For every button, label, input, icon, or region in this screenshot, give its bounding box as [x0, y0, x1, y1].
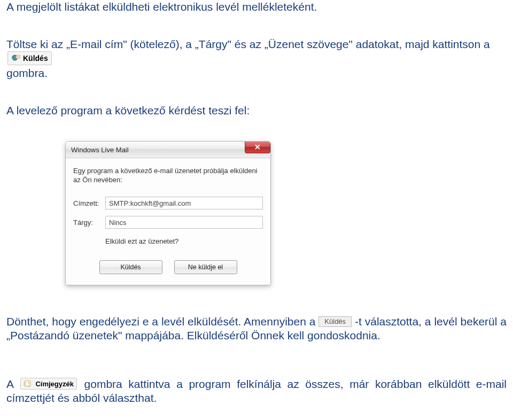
address-text-a: A	[6, 378, 19, 390]
mail-confirm-dialog: Windows Live Mail ✕ Egy program a követk…	[65, 141, 271, 285]
address-para: A Címjegyzék gombra kattintva a program …	[6, 377, 507, 406]
svg-rect-7	[24, 385, 25, 386]
dialog-title: Windows Live Mail	[71, 146, 129, 154]
svg-rect-3	[25, 381, 27, 387]
to-label: Címzett:	[73, 199, 105, 207]
dialog-titlebar: Windows Live Mail ✕	[66, 142, 270, 158]
addressbook-icon	[24, 379, 33, 388]
send-button[interactable]: Küldés	[99, 260, 162, 274]
decision-text-a: Dönthet, hogy engedélyezi e a levél elkü…	[6, 315, 318, 328]
address-text-b: gombra kattintva a program felkínálja az…	[6, 378, 507, 404]
subject-label: Tárgy:	[73, 219, 105, 227]
dont-send-button[interactable]: Ne küldje el	[174, 260, 237, 274]
svg-rect-6	[24, 383, 25, 384]
instruction-text-b: gombra.	[6, 67, 48, 79]
subject-value: Nincs	[109, 219, 127, 227]
dialog-question: Elküldi ezt az üzenetet?	[105, 237, 263, 245]
intro-line: A megjelölt listákat elküldheti elektron…	[6, 0, 507, 14]
addressbook-button-inline[interactable]: Címjegyzék	[20, 378, 77, 390]
send-button-inline[interactable]: Küldés	[7, 51, 52, 65]
globe-mail-icon	[11, 53, 21, 63]
kuldes-plain-button[interactable]: Küldés	[318, 316, 352, 327]
decision-para: Dönthet, hogy engedélyezi e a levél elkü…	[6, 315, 507, 343]
dialog-message: Egy program a következő e-mail üzenetet …	[73, 167, 263, 185]
svg-rect-5	[24, 382, 25, 383]
mail-question-intro: A levelező program a következő kérdést t…	[6, 104, 507, 118]
send-button-text: Küldés	[120, 263, 141, 271]
addressbook-button-label: Címjegyzék	[35, 380, 74, 387]
instruction-text-a: Töltse ki az „E-mail cím" (kötelező), a …	[6, 38, 490, 50]
send-button-label: Küldés	[23, 55, 48, 62]
to-value: SMTP:kochkft@gmail.com	[109, 199, 191, 207]
instruction-line: Töltse ki az „E-mail cím" (kötelező), a …	[6, 37, 507, 80]
to-field: SMTP:kochkft@gmail.com	[105, 197, 263, 209]
svg-point-4	[28, 382, 30, 384]
close-button[interactable]: ✕	[245, 141, 270, 153]
close-icon: ✕	[254, 143, 261, 151]
subject-field: Nincs	[105, 216, 263, 229]
dont-send-button-text: Ne küldje el	[188, 263, 223, 271]
